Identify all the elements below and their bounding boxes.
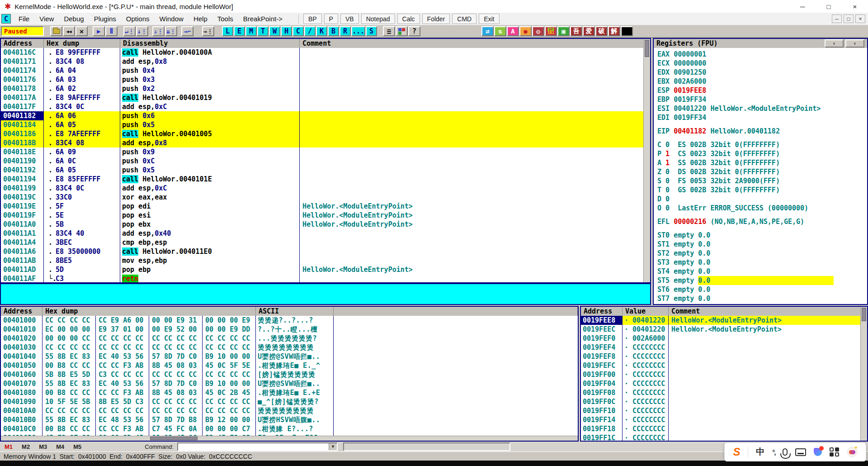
dump-row[interactable]: 004010A0CC CC CC CCCC CC CC CCCC CC CC C…	[1, 406, 578, 415]
mdi-minimize-button[interactable]: ─	[832, 14, 842, 23]
disasm-row[interactable]: 00401194.E8 85FEFFFFcall HelloWor.004010…	[1, 175, 650, 184]
disasm-row[interactable]: 0040118E.6A 09push 0x9	[1, 147, 650, 157]
plugin-target-icon[interactable]: ◎	[532, 26, 544, 36]
dump-row[interactable]: 0040108000 B8 CC CCCC CC F3 AB8B 45 08 0…	[1, 388, 578, 397]
dump-row[interactable]: 00401010EC 00 00 00E9 37 01 0000 E9 52 0…	[1, 325, 578, 334]
run-icon[interactable]: ▶	[93, 26, 105, 36]
register-line[interactable]: P 1 CS 0023 32bit 0(FFFFFFFF)	[657, 149, 867, 158]
register-line[interactable]: C 0 ES 002B 32bit 0(FFFFFFFF)	[657, 140, 867, 149]
dump-row[interactable]: 00401030CC CC CC CCCC CC CC CCCC CC CC C…	[1, 343, 578, 352]
plugin-jie-icon[interactable]: 解	[608, 26, 620, 36]
menu-item-file[interactable]: File	[14, 13, 34, 24]
column-header-disassembly[interactable]: Disassembly	[120, 39, 300, 48]
register-line[interactable]: ST4 empty 0.0	[657, 267, 867, 276]
disasm-row[interactable]: 0040117A.E8 9AFEFFFFcall HelloWor.004010…	[1, 93, 650, 102]
cpu-window-icon[interactable]: C	[1, 14, 11, 24]
disasm-row[interactable]: 00401176.6A 03push 0x3	[1, 75, 650, 84]
memory-window-button[interactable]: M	[245, 26, 257, 36]
executables-window-button[interactable]: E	[234, 26, 245, 36]
apps-grid-icon[interactable]	[830, 447, 839, 457]
dump-row[interactable]: 004010C000 B8 CC CCCC CC F3 ABC7 45 FC 0…	[1, 424, 578, 433]
cpu-window-button[interactable]: C	[292, 26, 304, 36]
register-line[interactable]: ECX 00000000	[657, 59, 867, 68]
plugin-binary-icon[interactable]: 010101	[545, 26, 557, 36]
register-line[interactable]: EAX 00000001	[657, 50, 867, 59]
register-line[interactable]: ST5 empty 0.0	[657, 276, 867, 285]
dump-row[interactable]: 00401000CC CC CC CCCC E9 A6 0000 00 E9 3…	[1, 316, 578, 325]
disasm-row[interactable]: 0040119C.33C0xor eax,eax	[1, 193, 650, 202]
memory-tab-m2[interactable]: M2	[17, 443, 34, 450]
animate-into-icon[interactable]: ⇓⋮	[152, 26, 165, 36]
dump-row[interactable]: 004010605B 8B E5 5DC3 CC CC CCCC CC CC C…	[1, 370, 578, 379]
menu-button-p[interactable]: P	[324, 14, 338, 24]
sogou-logo-icon[interactable]: S	[733, 446, 740, 458]
column-header-address[interactable]: Address	[1, 39, 44, 48]
register-line[interactable]: O 0 LastErr ERROR_SUCCESS (00000000)	[657, 204, 867, 213]
dump-row[interactable]: 0040109010 5F 5E 5B8B E5 5D C3CC CC CC C…	[1, 397, 578, 406]
step-over-icon[interactable]: ↓⋮	[136, 26, 148, 36]
punctuation-icon[interactable]: °,	[772, 448, 775, 456]
register-line[interactable]: EDX 00901250	[657, 68, 867, 77]
disasm-row[interactable]: 004011AB.8BE5mov esp,ebp	[1, 256, 650, 265]
dump-row[interactable]: 0040102000 00 00 CCCC CC CC CCCC CC CC C…	[1, 334, 578, 343]
skin-icon[interactable]	[814, 448, 822, 456]
open-file-icon[interactable]	[50, 26, 62, 36]
appearance-grid-icon[interactable]	[396, 26, 408, 36]
close-program-icon[interactable]: ×	[75, 26, 88, 36]
stack-row[interactable]: 0019FF1C· CCCCCCCC	[581, 433, 867, 441]
threads-window-button[interactable]: T	[257, 26, 269, 36]
stack-row[interactable]: 0019FEF0· 002A6000	[581, 334, 867, 343]
animate-over-icon[interactable]: ⇊⋮	[165, 26, 177, 36]
disasm-row[interactable]: 0040119F.5Epop esiHelloWor.<ModuleEntryP…	[1, 211, 650, 220]
stack-row[interactable]: 0019FF18· CCCCCCCC	[581, 424, 867, 433]
disasm-row[interactable]: 0040119E.5Fpop ediHelloWor.<ModuleEntryP…	[1, 202, 650, 211]
dump-row[interactable]: 004010B055 8B EC 83EC 48 53 5657 8D 7D B…	[1, 415, 578, 424]
register-line[interactable]: S 0 FS 0053 32bit 2A9000(FFF)	[657, 176, 867, 185]
register-line[interactable]: EIP 00401182 HelloWor.00401182	[657, 127, 867, 136]
source-window-button[interactable]: S	[366, 26, 377, 36]
go-to-icon[interactable]: →⋮	[202, 26, 214, 36]
memory-tab-m5[interactable]: M5	[69, 443, 86, 450]
disasm-row[interactable]: 0040117F.83C4 0Cadd esp,0xC	[1, 102, 650, 111]
menu-item-debug[interactable]: Debug	[59, 13, 89, 24]
scrollbar-thumb[interactable]	[150, 437, 198, 440]
plugin-a-icon[interactable]: A	[507, 26, 519, 36]
disasm-row[interactable]: 00401192.6A 05push 0x5	[1, 166, 650, 175]
dump-row[interactable]: 0040105000 B8 CC CCCC CC F3 AB8B 45 08 0…	[1, 361, 578, 370]
column-header-hex-dump[interactable]: Hex dump	[44, 39, 120, 48]
plugin-ai-icon[interactable]: 爱	[583, 26, 595, 36]
plugin-exchange-icon[interactable]: ⇄	[481, 26, 494, 36]
chinese-mode-icon[interactable]: 中	[756, 446, 764, 458]
fpu-status-line[interactable]: FST 0000 Cond 0 0 0 0 Err 0 0 0 0 0 0 0 …	[657, 303, 867, 304]
disasm-row[interactable]: 0040118B.83C4 08add esp,0x8	[1, 138, 650, 147]
restart-icon[interactable]: ◀◀	[63, 26, 75, 36]
menu-item-breakpoint[interactable]: BreakPoint->	[238, 13, 288, 24]
disasm-row[interactable]: 004011AD.5Dpop ebpHelloWor.<ModuleEntryP…	[1, 265, 650, 274]
memory-tab-m4[interactable]: M4	[52, 443, 69, 450]
disasm-row[interactable]: 00401182.6A 06push 0x6	[1, 111, 650, 120]
plugin-updown-icon[interactable]: ⇅	[494, 26, 506, 36]
stack-row[interactable]: 0019FEF8· CCCCCCCC	[581, 352, 867, 361]
microphone-icon[interactable]	[783, 448, 788, 456]
register-line[interactable]: A 1 SS 002B 32bit 0(FFFFFFFF)	[657, 158, 867, 167]
disassembly-scrollbar[interactable]	[643, 39, 650, 282]
stack-row[interactable]: 0019FF00· CCCCCCCC	[581, 370, 867, 379]
plugin-record-icon[interactable]: ●	[519, 26, 532, 36]
log-window-button[interactable]: L	[222, 26, 233, 36]
stack-scrollbar[interactable]	[860, 307, 867, 441]
execute-till-return-icon[interactable]: →⌐	[181, 26, 193, 36]
patches-window-button[interactable]: /	[304, 26, 316, 36]
step-into-icon[interactable]: ↵⋮	[123, 26, 136, 36]
disasm-row[interactable]: 00401186.E8 7AFEFFFFcall HelloWor.004010…	[1, 129, 650, 138]
memory-tab-m1[interactable]: M1	[0, 443, 17, 450]
minimize-button[interactable]: ─	[789, 0, 816, 13]
register-line[interactable]: EBP 0019FF34	[657, 95, 867, 104]
plugin-wu-icon[interactable]: 吾	[570, 26, 582, 36]
column-header-address[interactable]: Address	[581, 307, 623, 316]
assistant-icon[interactable]	[847, 447, 858, 457]
disasm-row[interactable]: 00401190.6A 0Cpush 0xC	[1, 157, 650, 166]
disasm-row[interactable]: 004011A1.83C4 40add esp,0x40	[1, 229, 650, 238]
maximize-button[interactable]: □	[816, 0, 842, 13]
register-line[interactable]: T 0 GS 002B 32bit 0(FFFFFFFF)	[657, 185, 867, 195]
windows-window-button[interactable]: W	[269, 26, 280, 36]
